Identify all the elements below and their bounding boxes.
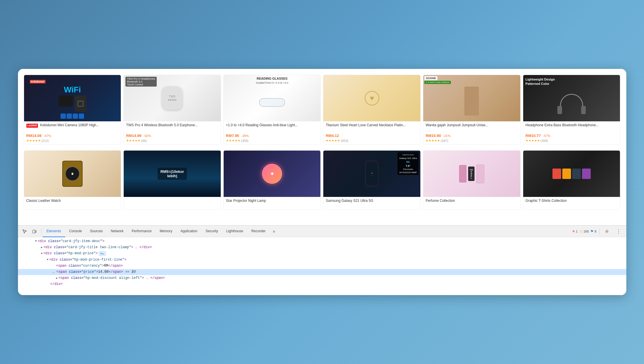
warning-count: 160 [583,230,589,233]
info-icon: ⚑ [590,229,594,233]
code-line-1: ▼ <div class="card-jfy-item-desc" > [18,238,626,244]
more-tabs-button[interactable]: » [270,227,278,236]
code-line-2: ▶ <div class="card-jfy-title two-line-cl… [18,244,626,250]
product-card-p8[interactable]: RM5=(10ekorlebih) [123,150,221,210]
airpods-label: TWS Pro 4 HeadphonesBluetooth 5.0Touch C… [125,77,157,87]
info-count: 8 [594,230,596,233]
product-card-p6[interactable]: Lightweight DesignPatterned Color Headph… [523,75,621,144]
warning-icon: ⚠ [579,229,583,233]
product-image-p8: RM5=(10ekorlebih) [124,151,221,197]
settings-button[interactable] [603,227,611,236]
expand-triangle-1[interactable]: ▼ [35,239,37,243]
code-line-7: ▶ <span class="hp-mod-discount align-lef… [18,275,626,281]
product-info-p2: TWS Pro 4 Wireless Bluetooth 5.0 Earphon… [124,121,221,144]
browser-window: Kebidumei WiFi [18,69,626,295]
product-card-p4[interactable]: ♥ Titanium Steel Heart Love Carved Neckl… [323,75,421,144]
tab-recorder[interactable]: Recorder [247,226,269,237]
tab-security[interactable]: Security [201,226,222,237]
product-title-p3: +1.0 to +4.0 Reading Glasses Anti-blue L… [226,123,318,132]
devtools-right-section: ✕ 1 ⚠ 160 ⚑ 8 [572,227,624,236]
product-title-p9: Star Projector Night Lamp [226,199,318,208]
devtools-elements-panel: ▼ <div class="card-jfy-item-desc" > ▶ <d… [18,237,626,295]
product-rating-p1: ★★★★★ (212) [26,139,119,142]
code-line-4: ▼ <div class="hp-mod-price-first-line" > [18,257,626,263]
tab-performance[interactable]: Performance [128,226,156,237]
product-info-p1: LazMall Kebidumei Mini Camera 1080P High… [24,121,121,144]
code-line-5: <span class="currency" > RM </span> [18,263,626,269]
three-dot-indicator: … [53,269,55,275]
product-card-p11[interactable]: CHANEL Perfume Collection [423,150,521,210]
product-card-p5[interactable]: SCIONE 2-4 DAYS DELIVERED Wanita gajah J… [423,75,521,144]
product-title-p7: Classic Leather Watch [26,199,119,208]
expand-triangle-3[interactable]: ▼ [41,252,43,256]
info-badge[interactable]: ⚑ 8 [590,229,596,233]
product-price-p6: RM10.77 -57% [526,133,618,138]
expand-triangle-2[interactable]: ▶ [41,246,43,250]
device-toolbar-button[interactable] [30,227,39,236]
tab-console[interactable]: Console [65,226,86,237]
product-title-p10: Samsung Galaxy S21 Ultra 5G [326,199,418,208]
product-card-p2[interactable]: TWS Pro 4 HeadphonesBluetooth 5.0Touch C… [123,75,221,144]
product-title-p2: TWS Pro 4 Wireless Bluetooth 5.0 Earphon… [126,123,218,132]
tab-sources[interactable]: Sources [86,226,107,237]
tab-application[interactable]: Application [176,226,202,237]
product-image-p12 [523,151,620,197]
product-info-p6: Headphone Extra Bass Bluetooth Headphone… [523,121,620,144]
lazada-badge-p1: LazMall [26,124,38,128]
product-grid-row2: ⌚ Classic Leather Watch [24,147,621,212]
svg-rect-0 [33,230,35,233]
product-image-p4: ♥ [323,75,420,121]
code-line-8: </div> [18,281,626,287]
product-title-p5: Wanita gajah Jumpsuit Jumpsuit Unise... [426,123,518,132]
product-price-p1: RM14.08 -47% [26,133,119,138]
product-card-p10[interactable]: SAMSUNG Galaxy S21 Ultra 5G 7.5" Full sc… [323,150,421,210]
more-options-button[interactable]: ⋮ [614,227,623,236]
flex-badge[interactable]: flex [99,251,106,256]
tab-memory[interactable]: Memory [156,226,176,237]
product-rating-p2: ★★★★★ (96) [126,139,218,142]
code-line-6[interactable]: … <span class="price" > 14.08 </span> ==… [18,269,626,275]
product-image-p5: SCIONE 2-4 DAYS DELIVERED [423,75,520,121]
product-price-p2: RM14.99 -92% [126,133,218,138]
product-image-p3: READING GLASSES Graded From 0 +1.0 to +4… [224,75,321,121]
tab-elements[interactable]: Elements [43,226,65,237]
product-info-p10: Samsung Galaxy S21 Ultra 5G [323,197,420,210]
product-info-p12: Graphic T-Shirts Collection [523,197,620,210]
inspect-element-button[interactable] [20,227,29,236]
product-title-p4: Titanium Steel Heart Love Carved Necklac… [326,123,418,132]
product-info-p11: Perfume Collection [423,197,520,210]
right-separator [599,228,600,234]
product-title-p12: Graphic T-Shirts Collection [526,199,618,208]
product-image-p2: TWS Pro 4 HeadphonesBluetooth 5.0Touch C… [124,75,221,121]
code-line-3: ▼ <div class="hp-mod-price" > flex [18,250,626,257]
product-card-p1[interactable]: Kebidumei WiFi [24,75,121,144]
devtools-panel: Elements Console Sources Network Perform… [18,225,626,295]
product-rating-p4: ★★★★★ (653) [326,139,418,142]
product-price-p4: RM4.12 [326,133,418,138]
product-image-p1: Kebidumei WiFi [24,75,121,121]
product-rating-p5: ★★★★★ (287) [426,139,518,142]
product-rating-p3: ★★★★★ (309) [226,139,318,142]
product-title-p1: LazMall Kebidumei Mini Camera 1080P High… [26,123,119,132]
tab-network[interactable]: Network [107,226,128,237]
warning-badge[interactable]: ⚠ 160 [579,229,589,233]
product-card-p7[interactable]: ⌚ Classic Leather Watch [24,150,121,210]
expand-triangle-7[interactable]: ▶ [56,276,58,280]
product-title-p6: Headphone Extra Bass Bluetooth Headphone… [526,123,618,132]
product-card-p3[interactable]: READING GLASSES Graded From 0 +1.0 to +4… [223,75,321,144]
product-image-p11: CHANEL [423,151,520,197]
product-price-p5: RM10.90 -21% [426,133,518,138]
product-info-p9: Star Projector Night Lamp [224,197,321,210]
product-info-p7: Classic Leather Watch [24,197,121,210]
product-image-p10: SAMSUNG Galaxy S21 Ultra 5G 7.5" Full sc… [323,151,420,197]
error-badge[interactable]: ✕ 1 [572,229,578,233]
expand-triangle-4[interactable]: ▼ [47,258,48,262]
product-image-p6: Lightweight DesignPatterned Color [523,75,620,121]
svg-point-2 [606,231,607,232]
tab-lighthouse[interactable]: Lighthouse [222,226,247,237]
product-info-p5: Wanita gajah Jumpsuit Jumpsuit Unise... … [423,121,520,144]
svg-rect-1 [35,231,36,233]
error-icon: ✕ [572,229,575,233]
product-card-p9[interactable]: ✦ Star Projector Night Lamp [223,150,321,210]
product-card-p12[interactable]: Graphic T-Shirts Collection [523,150,621,210]
